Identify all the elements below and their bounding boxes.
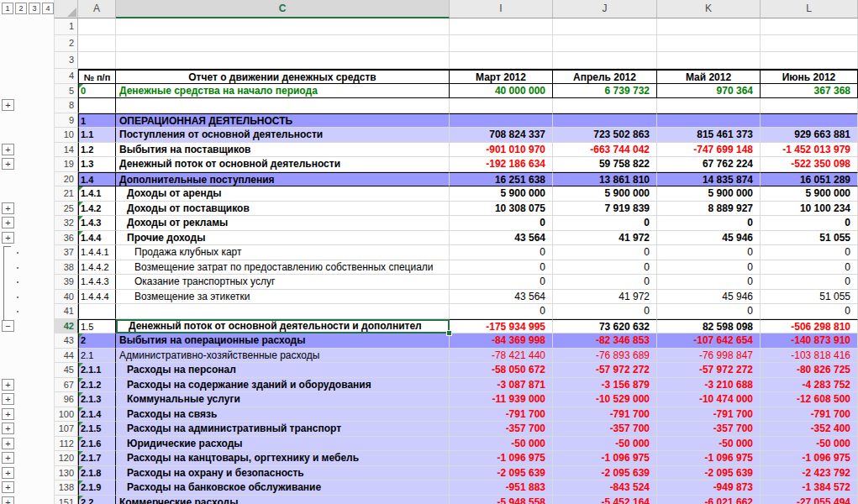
column-header-A[interactable]: A (78, 0, 116, 18)
cell-A20[interactable]: 1.4 (78, 172, 116, 187)
cell-J120[interactable]: -1 096 975 (553, 451, 657, 466)
row-header-1[interactable]: 1 (54, 18, 78, 35)
row-header-40[interactable]: 40 (54, 290, 78, 305)
row-header-2[interactable]: 2 (54, 35, 78, 52)
cell-I21[interactable]: 5 900 000 (450, 186, 553, 202)
cell-K40[interactable]: 45 946 (657, 290, 761, 305)
row-header-45[interactable]: 45 (54, 363, 78, 378)
cell-C4[interactable]: Отчет о движении денежных средств (116, 69, 450, 84)
cell-I20[interactable]: 16 251 638 (450, 172, 553, 187)
cell-C96[interactable]: Коммунальные услуги (116, 392, 450, 407)
cell-I8[interactable] (450, 98, 553, 113)
cell-A9[interactable]: 1 (78, 113, 116, 129)
cell-C38[interactable]: Возмещение затрат по предоставлению собс… (116, 260, 450, 276)
cell-C120[interactable]: Расходы на канцтовары, оргтехнику и мебе… (116, 451, 450, 466)
cell-A120[interactable]: 2.1.7 (78, 451, 116, 466)
cell-K38[interactable]: 0 (657, 260, 761, 276)
cell-A41[interactable] (78, 304, 116, 319)
cell-C138[interactable]: Расходы на банковское обслуживание (116, 480, 450, 496)
cell-K43[interactable]: -107 642 654 (657, 333, 761, 349)
cell-I14[interactable]: -901 010 970 (450, 143, 553, 158)
row-header-120[interactable]: 120 (54, 451, 78, 466)
cell-C130[interactable]: Расходы на охрану и безопасность (116, 466, 450, 481)
cell-J21[interactable]: 5 900 000 (553, 186, 657, 202)
outline-level-button-4[interactable]: 4 (42, 3, 54, 14)
cell-A67[interactable]: 2.1.2 (78, 378, 116, 393)
cell-A42[interactable]: 1.5 (78, 319, 116, 334)
cell-J40[interactable]: 41 972 (553, 290, 657, 305)
cell-I37[interactable]: 0 (450, 245, 553, 260)
cell-K96[interactable]: -10 474 000 (657, 392, 761, 407)
cell-J67[interactable]: -3 156 879 (553, 378, 657, 393)
cell-A2[interactable] (78, 35, 116, 52)
cell-J14[interactable]: -663 744 042 (553, 143, 657, 158)
cell-J39[interactable]: 0 (553, 275, 657, 290)
cell-L151[interactable]: -27 055 494 (761, 496, 858, 504)
cell-J20[interactable]: 13 861 810 (553, 172, 657, 187)
outline-expand-button[interactable]: + (2, 393, 14, 405)
row-header-25[interactable]: 25 (54, 202, 78, 217)
cell-C40[interactable]: Возмещение за этикетки (116, 290, 450, 305)
outline-expand-button[interactable]: + (2, 423, 14, 434)
cell-I100[interactable]: -791 700 (450, 407, 553, 423)
cell-L4[interactable]: Июнь 2012 (761, 69, 858, 84)
cell-A4[interactable]: № п/п (78, 69, 116, 84)
cell-L100[interactable]: -791 700 (761, 407, 858, 423)
cell-K19[interactable]: 67 762 224 (657, 157, 761, 172)
cell-A1[interactable] (78, 18, 116, 35)
cell-C21[interactable]: Доходы от аренды (116, 186, 450, 202)
cell-A21[interactable]: 1.4.1 (78, 186, 116, 202)
cell-K20[interactable]: 14 835 874 (657, 172, 761, 187)
cell-J38[interactable]: 0 (553, 260, 657, 276)
cell-K151[interactable]: -6 021 662 (657, 496, 761, 504)
cell-C10[interactable]: Поступления от основной деятельности (116, 128, 450, 143)
cell-A138[interactable]: 2.1.9 (78, 480, 116, 496)
outline-expand-button[interactable]: + (2, 438, 14, 449)
cell-I5[interactable]: 40 000 000 (450, 84, 553, 99)
cell-I19[interactable]: -192 186 634 (450, 157, 553, 172)
cell-K130[interactable]: -2 095 639 (657, 466, 761, 481)
cell-J25[interactable]: 7 919 839 (553, 202, 657, 217)
outline-expand-button[interactable]: + (2, 496, 14, 504)
row-header-67[interactable]: 67 (54, 378, 78, 393)
cell-J96[interactable]: -10 529 000 (553, 392, 657, 407)
cell-J100[interactable]: -791 700 (553, 407, 657, 423)
cell-L14[interactable]: -1 452 013 979 (761, 143, 858, 158)
fill-handle[interactable] (446, 330, 452, 336)
cell-A38[interactable]: 1.4.4.2 (78, 260, 116, 276)
cell-L96[interactable]: -12 608 500 (761, 392, 858, 407)
cell-I1[interactable] (450, 18, 553, 35)
cell-A8[interactable] (78, 98, 116, 113)
select-all-button[interactable] (54, 0, 78, 18)
cell-A19[interactable]: 1.3 (78, 157, 116, 172)
row-header-37[interactable]: 37 (54, 245, 78, 260)
row-header-42[interactable]: 42 (54, 319, 78, 334)
row-header-10[interactable]: 10 (54, 128, 78, 143)
cell-I38[interactable]: 0 (450, 260, 553, 276)
cell-K36[interactable]: 45 946 (657, 231, 761, 246)
cell-K4[interactable]: Май 2012 (657, 69, 761, 84)
cell-K5[interactable]: 970 364 (657, 84, 761, 99)
row-header-38[interactable]: 38 (54, 260, 78, 276)
cell-C42[interactable]: Денежный поток от основной деятельности … (116, 319, 450, 334)
outline-expand-button[interactable]: + (2, 408, 14, 420)
cell-A96[interactable]: 2.1.3 (78, 392, 116, 407)
cell-C37[interactable]: Продажа клубных карт (116, 245, 450, 260)
cell-J2[interactable] (553, 35, 657, 52)
cell-C112[interactable]: Юридические расходы (116, 437, 450, 452)
cell-J138[interactable]: -843 524 (553, 480, 657, 496)
row-header-4[interactable]: 4 (54, 69, 78, 84)
cell-A10[interactable]: 1.1 (78, 128, 116, 143)
cell-I151[interactable]: -5 948 558 (450, 496, 553, 504)
column-header-I[interactable]: I (450, 0, 553, 18)
cell-L138[interactable]: -1 384 572 (761, 480, 858, 496)
cell-L67[interactable]: -4 283 752 (761, 378, 858, 393)
outline-expand-button[interactable]: + (2, 202, 14, 214)
cell-L8[interactable] (761, 98, 858, 113)
cell-C2[interactable] (116, 35, 450, 52)
cell-I41[interactable]: 0 (450, 304, 553, 319)
column-header-J[interactable]: J (553, 0, 657, 18)
cell-C44[interactable]: Административно-хозяйственные расходы (116, 349, 450, 364)
cell-I40[interactable]: 43 564 (450, 290, 553, 305)
cell-A3[interactable] (78, 52, 116, 69)
